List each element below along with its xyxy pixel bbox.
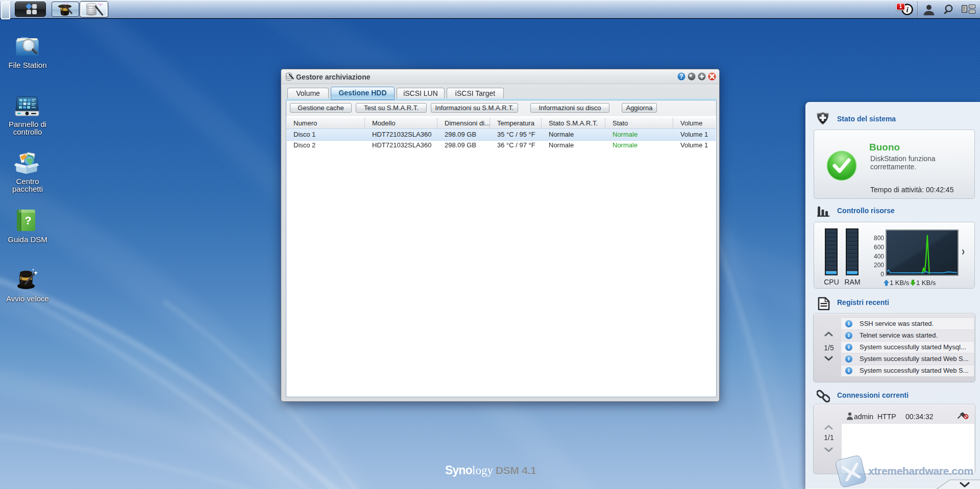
svg-text:?: ? [679,73,683,80]
svg-text:?: ? [24,214,31,227]
